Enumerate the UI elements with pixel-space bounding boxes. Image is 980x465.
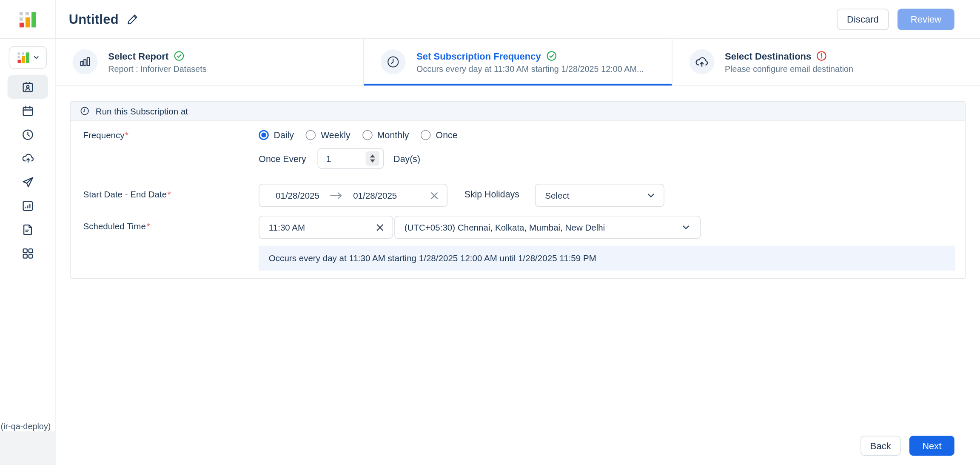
user-avatar[interactable] — [13, 436, 37, 461]
radio-circle[interactable] — [362, 130, 373, 140]
interval-prefix-label: Once Every — [259, 154, 306, 164]
radio-circle[interactable] — [421, 130, 431, 140]
grid-layout-icon — [21, 247, 34, 260]
panel-header: Run this Subscription at — [71, 102, 965, 121]
frequency-label: Frequency* — [83, 130, 259, 140]
cloud-upload-icon — [21, 151, 34, 165]
inforiver-mini-logo-icon — [16, 51, 29, 64]
sidebar-item-reports[interactable] — [8, 194, 48, 218]
frequency-row: Frequency* Daily Weekly Monthly — [83, 128, 457, 142]
edit-pencil-icon[interactable] — [126, 13, 138, 25]
check-circle-icon — [174, 50, 184, 61]
quantity-stepper[interactable] — [365, 151, 379, 166]
radio-once[interactable]: Once — [421, 130, 457, 140]
app-logo — [0, 0, 56, 38]
scheduled-time-value: 11:30 AM — [269, 222, 305, 232]
tab-select-report[interactable]: Select Report Report : Inforiver Dataset… — [56, 39, 363, 85]
stepper-down-icon[interactable] — [370, 160, 375, 163]
chevron-down-icon — [32, 54, 40, 61]
alert-circle-icon — [816, 50, 827, 61]
discard-button[interactable]: Discard — [837, 9, 889, 30]
clock-icon — [21, 128, 34, 141]
sidebar: (ir-qa-deploy) — [0, 39, 56, 465]
radio-weekly[interactable]: Weekly — [306, 130, 350, 140]
sidebar-nav — [0, 75, 56, 265]
required-asterisk: * — [125, 130, 128, 140]
skip-holidays-select[interactable]: Select — [535, 184, 664, 207]
tab-subtitle: Report : Inforiver Datasets — [108, 64, 207, 74]
clock-icon — [80, 106, 90, 116]
review-button[interactable]: Review — [897, 9, 954, 30]
schedule-summary-text: Occurs every day at 11:30 AM starting 1/… — [269, 253, 596, 263]
skip-holidays-value: Select — [545, 190, 569, 200]
date-range-input[interactable]: 01/28/2025 01/28/2025 — [259, 184, 447, 207]
tab-title: Select Report — [108, 50, 168, 61]
workspace-switcher-button[interactable] — [9, 46, 47, 69]
tab-texts: Select Destinations Please configure ema… — [725, 50, 853, 73]
back-button[interactable]: Back — [860, 436, 900, 456]
tab-texts: Select Report Report : Inforiver Dataset… — [108, 50, 207, 73]
required-asterisk: * — [168, 189, 171, 200]
stepper-up-icon[interactable] — [370, 154, 375, 157]
app-window: Untitled Discard Review — [0, 0, 980, 465]
interval-row: Once Every 1 Day(s) — [259, 148, 420, 168]
required-asterisk: * — [146, 221, 150, 231]
clear-date-icon[interactable] — [430, 191, 439, 200]
subscription-schedule-panel: Run this Subscription at Frequency* Dail… — [70, 101, 966, 279]
sidebar-item-schedule[interactable] — [8, 123, 48, 146]
radio-circle[interactable] — [259, 130, 269, 140]
next-button[interactable]: Next — [909, 436, 954, 456]
radio-circle[interactable] — [306, 130, 316, 140]
tab-subtitle: Occurs every day at 11:30 AM starting 1/… — [416, 64, 644, 74]
tab-texts: Set Subscription Frequency Occurs every … — [416, 50, 644, 73]
skip-holidays-label: Skip Holidays — [464, 189, 519, 200]
tab-subtitle: Please configure email destination — [725, 64, 853, 74]
sidebar-item-destinations[interactable] — [8, 146, 48, 170]
scheduled-time-input[interactable]: 11:30 AM — [259, 216, 393, 239]
frequency-clock-icon — [381, 49, 406, 74]
sidebar-item-apps[interactable] — [8, 241, 48, 265]
destinations-cloud-icon — [689, 49, 714, 74]
paper-plane-icon — [21, 175, 34, 188]
date-range-row: Start Date - End Date* 01/28/2025 01/28/… — [71, 184, 965, 207]
section-title: Run this Subscription at — [96, 106, 188, 116]
timezone-value: (UTC+05:30) Chennai, Kolkata, Mumbai, Ne… — [405, 222, 605, 232]
main-content: Run this Subscription at Frequency* Dail… — [56, 86, 980, 465]
environment-label: (ir-qa-deploy) — [0, 422, 51, 431]
chevron-down-icon — [681, 223, 691, 232]
sidebar-item-calendar[interactable] — [8, 99, 48, 123]
radio-monthly[interactable]: Monthly — [362, 130, 409, 140]
chart-square-icon — [21, 199, 34, 212]
page-title: Untitled — [69, 11, 119, 26]
wizard-steps: Select Report Report : Inforiver Dataset… — [56, 39, 980, 86]
tab-title: Select Destinations — [725, 50, 811, 61]
report-chart-icon — [72, 49, 97, 74]
interval-value: 1 — [326, 154, 366, 164]
scheduled-time-label: Scheduled Time* — [83, 221, 150, 231]
start-date-value[interactable]: 01/28/2025 — [276, 190, 319, 200]
date-range-label: Start Date - End Date* — [83, 189, 171, 200]
radio-daily[interactable]: Daily — [259, 130, 294, 140]
sidebar-item-documents[interactable] — [8, 217, 48, 241]
chevron-down-icon — [646, 191, 655, 200]
interval-suffix-label: Day(s) — [393, 154, 420, 164]
topbar-actions: Discard Review — [837, 9, 954, 30]
tab-select-destinations[interactable]: Select Destinations Please configure ema… — [672, 39, 980, 85]
inforiver-logo-icon — [17, 9, 37, 29]
document-title-group: Untitled — [69, 11, 139, 26]
scheduled-time-row: Scheduled Time* 11:30 AM (UTC+05:30) Che… — [71, 216, 965, 239]
avatar-strip — [0, 431, 55, 465]
clear-time-icon[interactable] — [376, 223, 385, 232]
frequency-radio-group: Daily Weekly Monthly Once — [259, 130, 457, 140]
interval-number-input[interactable]: 1 — [317, 148, 384, 168]
tab-set-subscription-frequency[interactable]: Set Subscription Frequency Occurs every … — [363, 39, 672, 85]
calendar-icon — [21, 104, 34, 117]
timezone-select[interactable]: (UTC+05:30) Chennai, Kolkata, Mumbai, Ne… — [394, 216, 701, 239]
schedule-summary: Occurs every day at 11:30 AM starting 1/… — [259, 245, 955, 271]
top-bar: Untitled Discard Review — [0, 0, 980, 39]
document-icon — [21, 223, 34, 236]
sidebar-item-subscriptions[interactable] — [8, 75, 48, 99]
check-circle-icon — [546, 50, 557, 61]
sidebar-item-send[interactable] — [8, 170, 48, 194]
end-date-value[interactable]: 01/28/2025 — [353, 190, 397, 200]
